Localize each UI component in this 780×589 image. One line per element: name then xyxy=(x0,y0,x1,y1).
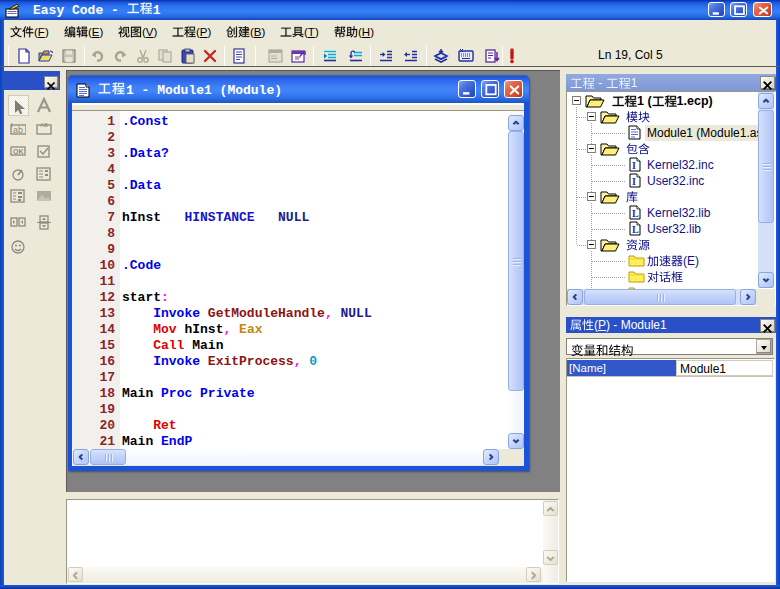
svg-text:OK: OK xyxy=(13,148,24,155)
svg-text:AB: AB xyxy=(40,122,48,128)
svg-text:L: L xyxy=(632,208,639,219)
svg-text:L: L xyxy=(632,224,639,235)
svg-text:ab: ab xyxy=(13,125,23,135)
svg-text:I: I xyxy=(632,176,636,187)
svg-text:I: I xyxy=(632,160,636,171)
